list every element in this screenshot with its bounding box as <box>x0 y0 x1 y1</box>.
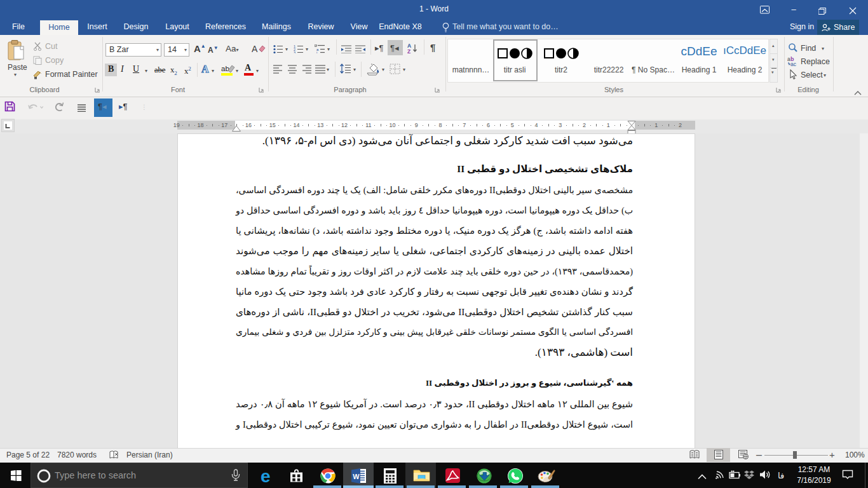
svg-text:W: W <box>353 473 360 480</box>
svg-text:e: e <box>261 468 271 484</box>
svg-text:ac: ac <box>790 61 797 67</box>
svg-text:A: A <box>252 44 258 54</box>
svg-text:Z: Z <box>407 48 410 53</box>
svg-text:ab: ab <box>221 65 229 72</box>
svg-text:3: 3 <box>294 51 295 53</box>
svg-text:i: i <box>316 51 317 53</box>
